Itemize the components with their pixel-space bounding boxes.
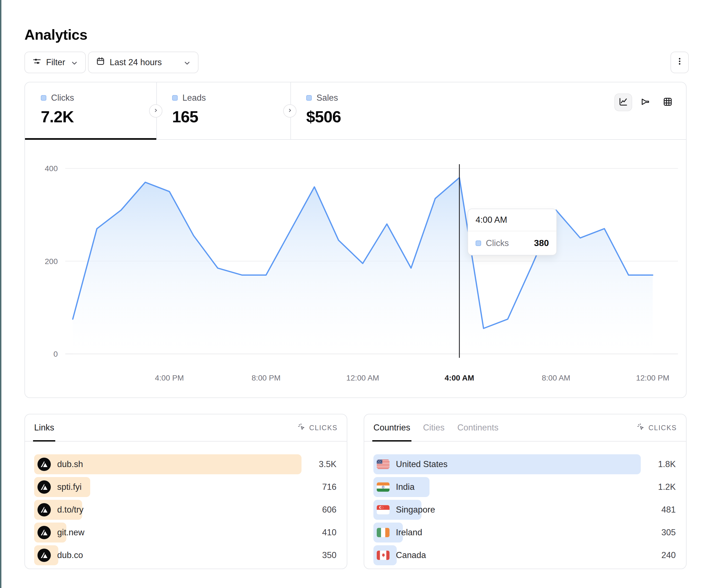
cities-tab-label: Cities <box>423 423 445 433</box>
chart-type-switcher <box>615 93 676 111</box>
tooltip-series-label: Clicks <box>486 238 509 248</box>
list-item[interactable]: spti.fyi 716 <box>34 477 338 497</box>
filter-sliders-icon <box>32 56 42 68</box>
row-label: d.to/try <box>57 505 84 515</box>
row-value: 3.5K <box>319 454 337 474</box>
chart-hover-region[interactable] <box>65 164 679 358</box>
clicks-value: 7.2K <box>41 107 156 126</box>
row-icon <box>38 549 51 562</box>
expand-clicks-leads-button[interactable] <box>149 104 163 118</box>
stat-tabs-row: Clicks 7.2K Leads 165 Sales $506 <box>25 82 686 140</box>
row-label: git.new <box>57 527 84 538</box>
links-tab-label: Links <box>34 423 54 433</box>
tab-countries[interactable]: Countries <box>373 414 410 441</box>
countries-panel: Countries Cities Continents CLICKS Unite… <box>364 414 687 569</box>
table-grid-icon <box>663 97 673 108</box>
window-edge <box>0 0 1 588</box>
row-label: Ireland <box>396 527 422 538</box>
funnel-chart-toggle[interactable] <box>637 93 654 111</box>
more-options-button[interactable] <box>670 51 689 73</box>
filter-button-label: Filter <box>46 58 65 67</box>
funnel-chart-icon <box>641 97 650 108</box>
row-icon <box>377 528 389 537</box>
row-icon <box>377 482 389 492</box>
line-chart-icon <box>618 97 628 108</box>
list-item[interactable]: Canada 240 <box>373 545 677 565</box>
row-value: 716 <box>322 477 337 497</box>
cursor-click-icon <box>297 423 306 433</box>
row-label: Canada <box>396 550 426 560</box>
tooltip-legend-chip <box>476 241 481 246</box>
row-label: spti.fyi <box>57 482 82 492</box>
list-item[interactable]: d.to/try 606 <box>34 500 338 520</box>
sales-legend-chip <box>306 95 312 101</box>
list-item[interactable]: India 1.2K <box>373 477 677 497</box>
row-icon <box>377 505 389 515</box>
countries-metric-selector[interactable]: CLICKS <box>637 423 677 433</box>
list-item[interactable]: dub.sh 3.5K <box>34 454 338 474</box>
links-list: dub.sh 3.5K spti.fyi 716 d.to/try 606 gi… <box>25 442 347 565</box>
row-value: 305 <box>661 523 676 543</box>
sales-tab-label: Sales <box>317 93 338 103</box>
chevron-down-icon <box>182 58 191 67</box>
cursor-click-icon <box>637 423 645 433</box>
links-metric-label: CLICKS <box>309 424 338 432</box>
tab-continents[interactable]: Continents <box>457 414 498 441</box>
analytics-page: Analytics Filter Last 24 hours Clicks 7.… <box>0 0 711 588</box>
chevron-right-icon <box>286 107 293 115</box>
list-item[interactable]: Ireland 305 <box>373 523 677 543</box>
tab-cities[interactable]: Cities <box>423 414 445 441</box>
links-panel: Links CLICKS dub.sh 3.5K spti.fyi 716 d.… <box>24 414 347 569</box>
row-icon <box>38 503 51 516</box>
links-metric-selector[interactable]: CLICKS <box>297 423 338 433</box>
tooltip-time: 4:00 AM <box>468 209 556 231</box>
tooltip-value: 380 <box>534 238 549 248</box>
row-icon <box>38 480 51 494</box>
row-icon <box>38 458 51 471</box>
tab-leads[interactable]: Leads 165 <box>156 82 290 139</box>
clicks-legend-chip <box>41 95 46 101</box>
chevron-down-icon <box>70 58 78 67</box>
list-item[interactable]: Singapore 481 <box>373 500 677 520</box>
row-icon <box>377 550 389 560</box>
countries-tab-label: Countries <box>373 423 410 433</box>
sales-value: $506 <box>306 107 429 126</box>
date-range-button[interactable]: Last 24 hours <box>88 51 198 73</box>
row-label: dub.co <box>57 550 83 560</box>
leads-tab-label: Leads <box>182 93 206 103</box>
row-value: 410 <box>322 523 337 543</box>
list-item[interactable]: dub.co 350 <box>34 545 338 565</box>
continents-tab-label: Continents <box>457 423 498 433</box>
clicks-tab-label: Clicks <box>51 93 74 103</box>
expand-leads-sales-button[interactable] <box>283 104 297 118</box>
leads-legend-chip <box>172 95 178 101</box>
row-label: Singapore <box>396 505 435 515</box>
row-value: 1.8K <box>658 454 676 474</box>
row-label: dub.sh <box>57 459 83 469</box>
row-value: 350 <box>322 545 337 565</box>
leads-value: 165 <box>172 107 290 126</box>
list-item[interactable]: United States 1.8K <box>373 454 677 474</box>
row-label: India <box>396 482 414 492</box>
row-icon <box>377 459 389 469</box>
table-view-toggle[interactable] <box>659 93 676 111</box>
row-label: United States <box>396 459 448 469</box>
tab-links[interactable]: Links <box>34 414 54 441</box>
links-panel-header: Links CLICKS <box>25 414 347 442</box>
line-chart-toggle[interactable] <box>615 93 632 111</box>
row-value: 606 <box>322 500 337 520</box>
chart-tooltip: 4:00 AM Clicks 380 <box>468 208 557 255</box>
page-title: Analytics <box>24 26 87 43</box>
row-value: 240 <box>661 545 676 565</box>
tab-sales[interactable]: Sales $506 <box>290 82 429 139</box>
row-value: 1.2K <box>658 477 676 497</box>
list-item[interactable]: git.new 410 <box>34 523 338 543</box>
row-icon <box>38 526 51 539</box>
chevron-right-icon <box>152 107 159 115</box>
filter-button[interactable]: Filter <box>24 51 86 73</box>
date-range-label: Last 24 hours <box>110 58 162 67</box>
tab-clicks[interactable]: Clicks 7.2K <box>25 82 156 139</box>
kebab-menu-icon <box>675 56 684 68</box>
countries-panel-header: Countries Cities Continents CLICKS <box>364 414 686 442</box>
row-value: 481 <box>661 500 676 520</box>
